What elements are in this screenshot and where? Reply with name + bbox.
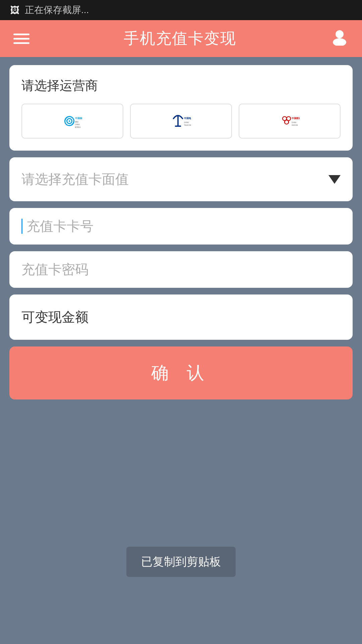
- svg-text:中国移动: 中国移动: [75, 117, 83, 119]
- svg-text:CHINA: CHINA: [292, 122, 296, 123]
- operator-section-label: 请选择运营商: [21, 77, 341, 94]
- card-number-card: [9, 208, 353, 245]
- operator-grid: 中国移动 通信 CHINA MOBILE 中国电信 CHINA TELECOM: [21, 104, 341, 139]
- operator-mobile[interactable]: 中国移动 通信 CHINA MOBILE: [21, 104, 123, 139]
- status-bar-text: 正在保存截屏...: [25, 4, 89, 16]
- screenshot-icon: 🖼: [10, 5, 19, 16]
- status-bar: 🖼 正在保存截屏...: [0, 0, 362, 20]
- svg-point-14: [285, 120, 289, 124]
- operator-selection-card: 请选择运营商 中国移动 通信 CHINA MOBILE: [9, 65, 353, 151]
- navbar: 手机充值卡变现: [0, 20, 362, 57]
- denomination-label: 请选择充值卡面值: [21, 170, 129, 189]
- operator-unicom[interactable]: 中国联通 CHINA UNICOM: [239, 104, 341, 139]
- card-password-card: [9, 251, 353, 288]
- toast-notification: 已复制到剪贴板: [126, 547, 236, 577]
- menu-button[interactable]: [13, 34, 29, 44]
- card-password-input[interactable]: [21, 262, 341, 277]
- confirm-button[interactable]: 确 认: [9, 346, 353, 399]
- svg-text:TELECOM: TELECOM: [184, 124, 191, 126]
- user-profile-button[interactable]: [330, 28, 349, 50]
- china-unicom-icon: 中国联通 CHINA UNICOM: [280, 111, 300, 131]
- denomination-dropdown[interactable]: 请选择充值卡面值: [9, 157, 353, 201]
- main-content: 请选择运营商 中国移动 通信 CHINA MOBILE: [0, 57, 362, 408]
- svg-text:UNICOM: UNICOM: [292, 124, 298, 126]
- cash-amount-label: 可变现金额: [21, 310, 88, 324]
- svg-text:中国电信: 中国电信: [184, 117, 191, 119]
- svg-point-4: [69, 120, 70, 122]
- cash-amount-card: 可变现金额: [9, 294, 353, 340]
- svg-text:MOBILE: MOBILE: [75, 126, 81, 128]
- page-title: 手机充值卡变现: [124, 28, 236, 49]
- china-mobile-icon: 中国移动 通信 CHINA MOBILE: [62, 111, 82, 131]
- svg-text:CHINA: CHINA: [184, 122, 189, 123]
- svg-text:通信: 通信: [75, 121, 78, 123]
- svg-point-1: [333, 38, 346, 46]
- svg-text:中国联通: 中国联通: [292, 117, 300, 119]
- dropdown-arrow-icon: [328, 175, 341, 184]
- operator-telecom[interactable]: 中国电信 CHINA TELECOM: [130, 104, 232, 139]
- china-telecom-icon: 中国电信 CHINA TELECOM: [171, 111, 191, 131]
- svg-point-0: [336, 30, 344, 38]
- svg-text:CHINA: CHINA: [75, 124, 80, 125]
- card-number-input[interactable]: [21, 219, 341, 234]
